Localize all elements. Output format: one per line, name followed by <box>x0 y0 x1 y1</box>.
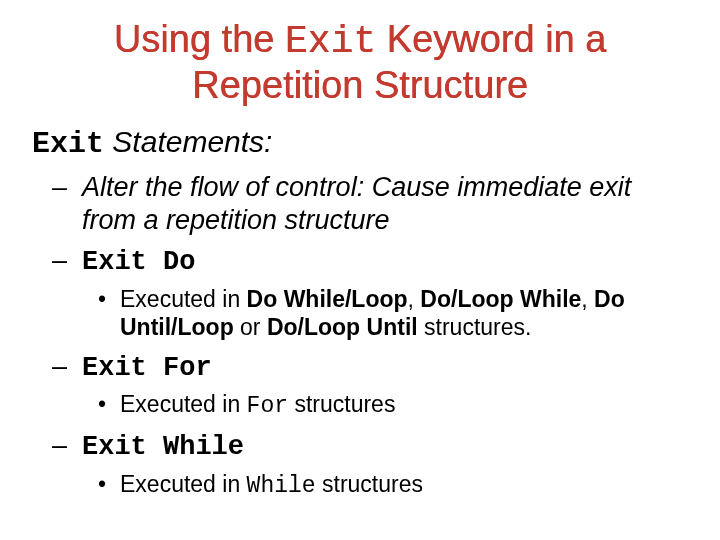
section-rest: Statements: <box>104 125 272 158</box>
bullet-list: Alter the flow of control: Cause immedia… <box>82 171 690 500</box>
sub-mono: While <box>247 473 316 499</box>
sub-pre: Executed in <box>120 471 247 497</box>
sub-list: Executed in For structures <box>120 390 690 421</box>
sub-post: structures. <box>418 314 532 340</box>
sub-mid: , <box>581 286 594 312</box>
section-heading: Exit Statements: <box>32 125 690 161</box>
sub-pre: Executed in <box>120 391 247 417</box>
section-code: Exit <box>32 127 104 161</box>
title-code: Exit <box>285 20 376 63</box>
list-item: Exit For Executed in For structures <box>82 350 690 421</box>
sub-mono: For <box>247 393 288 419</box>
sub-post: structures <box>316 471 423 497</box>
sub-item: Executed in For structures <box>120 390 690 421</box>
sub-bold: Do/Loop Until <box>267 314 418 340</box>
sub-mid: , <box>408 286 421 312</box>
sub-list: Executed in Do While/Loop, Do/Loop While… <box>120 285 690 343</box>
sub-list: Executed in While structures <box>120 470 690 501</box>
sub-pre: Executed in <box>120 286 247 312</box>
item-code: Exit For <box>82 353 212 383</box>
sub-bold: Do/Loop While <box>420 286 581 312</box>
item-code: Exit While <box>82 432 244 462</box>
sub-bold: Do While/Loop <box>247 286 408 312</box>
sub-item: Executed in While structures <box>120 470 690 501</box>
sub-item: Executed in Do While/Loop, Do/Loop While… <box>120 285 690 343</box>
sub-mid: or <box>234 314 267 340</box>
list-item: Exit Do Executed in Do While/Loop, Do/Lo… <box>82 244 690 342</box>
title-pre: Using the <box>114 18 285 60</box>
slide: Using the Exit Keyword in a Repetition S… <box>0 0 720 540</box>
list-item: Exit While Executed in While structures <box>82 429 690 500</box>
sub-post: structures <box>288 391 395 417</box>
item-text: Alter the flow of control: Cause immedia… <box>82 172 631 234</box>
list-item: Alter the flow of control: Cause immedia… <box>82 171 690 236</box>
item-code: Exit Do <box>82 247 195 277</box>
slide-title: Using the Exit Keyword in a Repetition S… <box>30 18 690 107</box>
